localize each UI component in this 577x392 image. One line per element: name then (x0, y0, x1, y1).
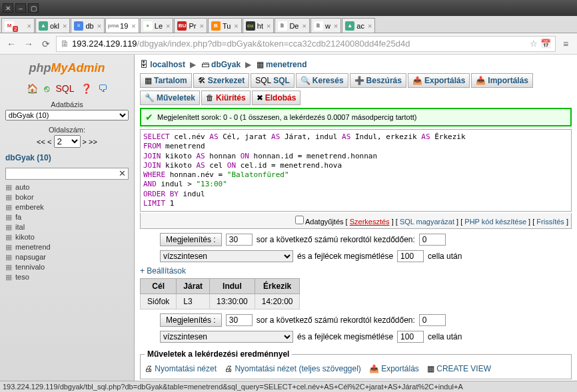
reload-button[interactable]: ⟳ (39, 37, 53, 51)
op-link[interactable]: CREATE VIEW (436, 364, 491, 373)
col-header[interactable]: Járat (177, 279, 210, 294)
browser-tab[interactable]: cuht× (243, 18, 275, 33)
browser-tab[interactable]: M2× (1, 18, 35, 33)
menu-button[interactable]: ≡ (558, 37, 573, 51)
bc-db[interactable]: dbGyak (211, 60, 241, 69)
table-item[interactable]: ▦ kikoto (5, 232, 129, 242)
browser-tab[interactable]: pma19× (105, 18, 139, 33)
tab-close-icon[interactable]: × (166, 22, 170, 30)
explain-link[interactable]: SQL magyarázat (400, 218, 454, 226)
tab-favicon: 🗎 (314, 21, 323, 31)
table-item[interactable]: ▦ auto (5, 182, 129, 192)
cell: 14:20:00 (255, 294, 300, 309)
edit-link[interactable]: Szerkesztés (350, 218, 390, 226)
show-button[interactable]: Megjelenítés : (160, 233, 222, 246)
table-item[interactable]: ▦ napsugar (5, 252, 129, 262)
pager-select[interactable]: 2 (54, 135, 81, 148)
show-count-input[interactable] (226, 234, 253, 246)
tab-icon: 📤 (412, 76, 422, 85)
col-header[interactable]: Cél (141, 279, 177, 294)
tab-close-icon[interactable]: × (368, 22, 372, 30)
op-link[interactable]: Nyomtatási nézet (teljes szöveggel) (235, 364, 360, 373)
bc-table[interactable]: menetrend (266, 60, 306, 69)
action-tab[interactable]: 📥Importálás (471, 73, 533, 88)
back-button[interactable]: ← (4, 37, 19, 51)
home-icon[interactable]: 🏠 (27, 83, 38, 94)
table-item[interactable]: ▦ ital (5, 222, 129, 232)
tab-close-icon[interactable]: × (267, 22, 271, 30)
op-icon: ▦ (427, 364, 434, 373)
logout-icon[interactable]: ⎋ (44, 83, 49, 94)
bc-server[interactable]: localhost (150, 60, 185, 69)
col-header[interactable]: Indul (210, 279, 255, 294)
show-count-input-2[interactable] (226, 314, 253, 326)
db-select[interactable]: dbGyak (10) (5, 110, 129, 120)
show-button-2[interactable]: Megjelenítés : (160, 313, 222, 327)
action-tab[interactable]: 🛠Szerkezet (193, 73, 249, 88)
action-tab[interactable]: 🔍Keresés (296, 73, 348, 88)
calendar-icon[interactable]: 📅 (540, 39, 551, 49)
tab-close-icon[interactable]: × (302, 22, 306, 30)
filter-input[interactable] (5, 168, 129, 180)
tab-label: Szerkezet (208, 76, 245, 85)
action-tab[interactable]: 🗑Kiürítés (201, 91, 251, 105)
table-item[interactable]: ▦ emberek (5, 202, 129, 212)
settings-link[interactable]: + Beállítások (140, 266, 572, 276)
clear-icon[interactable]: ✕ (119, 168, 126, 178)
docs-icon[interactable]: ❓ (81, 83, 92, 94)
tab-close-icon[interactable]: × (234, 22, 238, 30)
tab-close-icon[interactable]: × (334, 22, 338, 30)
reload-icon[interactable]: 🗨 (98, 83, 107, 94)
star-icon[interactable]: ☆ (530, 39, 538, 49)
browser-tab[interactable]: BUPr× (174, 18, 207, 33)
sql-icon[interactable]: SQL (55, 83, 74, 94)
forward-button[interactable]: → (21, 37, 36, 51)
tab-close-icon[interactable]: × (63, 22, 67, 30)
pager-prev[interactable]: << < (37, 138, 51, 146)
tab-close-icon[interactable]: × (131, 22, 135, 30)
window-max-icon[interactable]: ▢ (28, 3, 39, 13)
mode-select-2[interactable]: vízszintesen (160, 331, 293, 343)
browser-tab[interactable]: ▲okl× (35, 18, 71, 33)
repeat-input[interactable] (397, 250, 424, 262)
action-tab[interactable]: ✖Eldobás (252, 91, 301, 105)
action-tab[interactable]: SQLSQL (251, 73, 294, 88)
profile-checkbox[interactable] (295, 216, 304, 224)
mode-select[interactable]: vízszintesen (160, 250, 293, 262)
table-item[interactable]: ▦ fa (5, 212, 129, 222)
action-tab[interactable]: ▦Tartalom (140, 73, 192, 88)
op-link[interactable]: Exportálás (381, 364, 419, 373)
tab-close-icon[interactable]: × (199, 22, 203, 30)
tab-favicon: pma (109, 21, 118, 31)
action-tab[interactable]: ➕Beszúrás (350, 73, 406, 88)
tab-icon: 🗑 (206, 93, 214, 102)
table-icon: ▦ (257, 60, 264, 69)
start-input-2[interactable] (419, 314, 446, 326)
db-link[interactable]: dbGyak (10) (3, 149, 131, 166)
browser-tab[interactable]: ≡db× (71, 18, 105, 33)
url-input[interactable]: 🗎 193.224.129.119 /dbgyak/index.php?db=d… (56, 36, 556, 52)
repeat-input-2[interactable] (397, 331, 424, 343)
table-item[interactable]: ▦ tennivalo (5, 262, 129, 272)
table-item[interactable]: ▦ teso (5, 272, 129, 282)
action-tab[interactable]: 📤Exportálás (408, 73, 470, 88)
browser-tab[interactable]: BTu× (208, 18, 242, 33)
tab-close-icon[interactable]: × (27, 22, 31, 30)
browser-tab[interactable]: 🗎w× (310, 18, 341, 33)
window-close-icon[interactable]: ✕ (3, 3, 13, 13)
cell: L3 (177, 294, 210, 309)
table-item[interactable]: ▦ menetrend (5, 242, 129, 252)
php-link[interactable]: PHP kód készítése (464, 218, 526, 226)
browser-tab[interactable]: ▲ac× (342, 18, 375, 33)
table-item[interactable]: ▦ bokor (5, 192, 129, 202)
refresh-link[interactable]: Frissítés (536, 218, 564, 226)
window-min-icon[interactable]: – (15, 3, 26, 13)
col-header[interactable]: Érkezik (255, 279, 300, 294)
start-input[interactable] (419, 234, 446, 246)
pager-next[interactable]: > >> (83, 138, 97, 146)
browser-tab[interactable]: ●Le× (140, 18, 174, 33)
browser-tab[interactable]: 🗎De× (275, 18, 310, 33)
op-link[interactable]: Nyomtatási nézet (155, 364, 217, 373)
action-tab[interactable]: 🔧Műveletek (140, 91, 200, 105)
tab-close-icon[interactable]: × (97, 22, 101, 30)
